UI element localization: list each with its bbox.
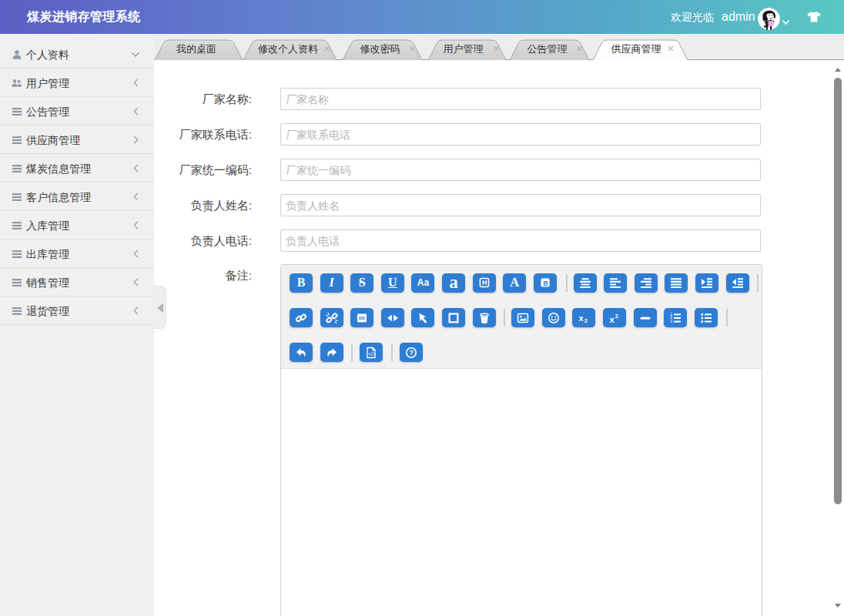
svg-text:x: x — [610, 314, 615, 323]
svg-text:</>: </> — [368, 350, 376, 356]
svg-text:2: 2 — [615, 312, 618, 319]
svg-text:3: 3 — [670, 318, 672, 323]
svg-text:H: H — [482, 279, 487, 286]
svg-text:2: 2 — [584, 317, 588, 324]
svg-text:x: x — [579, 313, 584, 322]
svg-text:?: ? — [410, 349, 414, 357]
svg-text:B: B — [543, 280, 548, 287]
